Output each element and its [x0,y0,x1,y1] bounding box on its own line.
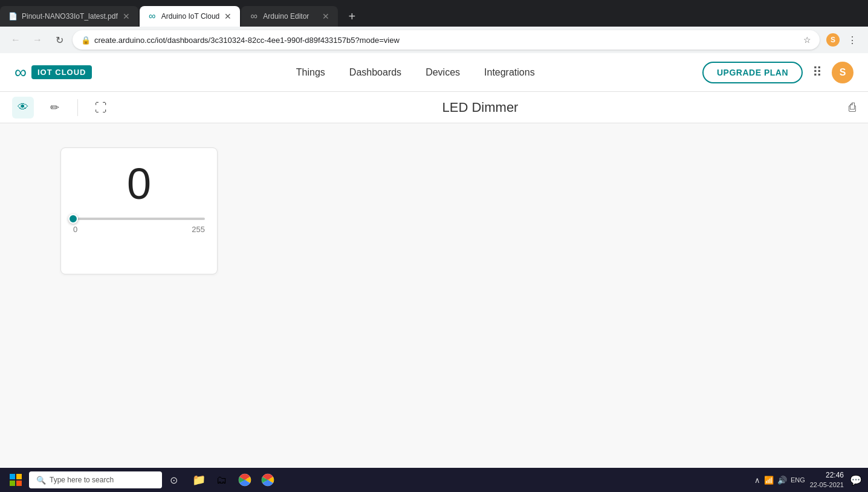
fullscreen-icon: ⛶ [95,102,107,114]
taskbar-chrome-icon[interactable] [236,471,254,489]
pencil-icon: ✏ [50,101,59,114]
volume-icon[interactable]: 🔊 [777,476,787,485]
taskbar-search-bar[interactable]: 🔍 Type here to search [29,471,162,488]
share-button[interactable]: ⎙ [849,100,856,114]
taskbar-right-area: ∧ 📶 🔊 ENG 22:46 22-05-2021 💬 [754,470,863,490]
dashboard-content: 0 0 255 [0,123,868,468]
nav-dashboards[interactable]: Dashboards [349,67,401,78]
more-options-icon[interactable]: ⋮ [844,31,861,48]
fullscreen-button[interactable]: ⛶ [90,97,112,118]
upgrade-plan-button[interactable]: UPGRADE PLAN [702,62,803,83]
view-mode-button[interactable]: 👁 [12,97,34,118]
tab-favicon-editor: ∞ [250,12,258,21]
lock-icon: 🔒 [81,36,91,45]
taskbar-files-icon[interactable]: 📁 [190,471,208,489]
user-avatar[interactable]: S [832,62,853,83]
tab-title-iot: Arduino IoT Cloud [161,12,220,21]
reload-button[interactable]: ↻ [51,31,68,48]
logo-badge: IOT CLOUD [31,65,92,79]
search-icon: 🔍 [36,476,46,485]
tab-arduino-iot[interactable]: ∞ Arduino IoT Cloud ✕ [140,6,241,27]
tab-pdf[interactable]: 📄 Pinout-NANO33IoT_latest.pdf ✕ [0,6,138,27]
svg-rect-3 [16,481,22,486]
slider-track[interactable] [73,218,205,220]
main-nav: Things Dashboards Devices Integrations [128,67,702,78]
tab-favicon-pdf: 📄 [8,12,17,21]
tab-favicon-iot: ∞ [148,12,157,21]
logo-infinity-icon: ∞ [15,63,25,82]
taskbar-chrome2-icon[interactable] [259,471,277,489]
dashboard-title: LED Dimmer [442,100,519,115]
toolbar-separator [77,99,78,116]
grid-apps-icon[interactable]: ⠿ [812,65,822,80]
share-icon: ⎙ [849,100,856,114]
tab-close-iot[interactable]: ✕ [224,11,232,21]
slider-value-display: 0 [127,160,151,208]
svg-point-6 [262,474,274,486]
slider-min-label: 0 [73,225,77,234]
tab-close-pdf[interactable]: ✕ [123,11,130,21]
eye-icon: 👁 [18,101,28,114]
header-right: UPGRADE PLAN ⠿ S [702,62,853,83]
svg-rect-1 [16,474,22,479]
profile-icon[interactable]: S [824,31,841,48]
dashboard-title-area: LED Dimmer [121,100,839,115]
slider-labels: 0 255 [73,225,205,234]
system-tray: ∧ 📶 🔊 ENG [754,476,805,485]
taskbar: 🔍 Type here to search ⊙ 📁 🗂 [0,468,868,492]
nav-integrations[interactable]: Integrations [484,67,535,78]
svg-point-5 [242,477,247,482]
edit-mode-button[interactable]: ✏ [44,97,65,118]
taskbar-explorer-icon[interactable]: 🗂 [213,471,231,489]
taskbar-pinned-icons: 📁 🗂 [190,471,277,489]
taskbar-time-display: 22:46 [810,470,844,481]
svg-point-4 [239,474,251,486]
forward-button[interactable]: → [29,31,46,48]
chrome-icon [238,473,251,487]
svg-point-7 [265,477,270,482]
new-tab-button[interactable]: + [342,6,362,27]
tray-expand-icon[interactable]: ∧ [754,476,760,485]
chrome2-icon [261,473,274,487]
notification-button[interactable]: 💬 [849,473,863,487]
tab-arduino-editor[interactable]: ∞ Arduino Editor ✕ [241,6,338,27]
svg-rect-2 [10,481,15,486]
taskbar-date-display: 22-05-2021 [810,481,844,490]
nav-devices[interactable]: Devices [426,67,460,78]
task-view-button[interactable]: ⊙ [164,471,183,489]
tab-close-editor[interactable]: ✕ [322,11,329,21]
lang-indicator[interactable]: ENG [791,476,805,484]
notification-icon: 💬 [850,474,862,486]
svg-rect-0 [10,474,15,479]
back-button[interactable]: ← [7,31,24,48]
start-button[interactable] [5,469,27,491]
led-dimmer-widget: 0 0 255 [60,147,218,274]
address-bar-url[interactable]: create.arduino.cc/iot/dashboards/3c31032… [94,36,800,45]
slider-max-label: 255 [192,225,205,234]
tab-title-editor: Arduino Editor [263,12,317,21]
taskbar-search-text: Type here to search [50,476,114,484]
taskbar-clock[interactable]: 22:46 22-05-2021 [810,470,844,490]
task-view-icon: ⊙ [170,474,178,486]
windows-icon [10,474,22,486]
app-header: ∞ IOT CLOUD Things Dashboards Devices In… [0,53,868,92]
network-icon[interactable]: 📶 [764,476,774,485]
bookmark-star-icon[interactable]: ☆ [803,35,811,45]
tab-title-pdf: Pinout-NANO33IoT_latest.pdf [22,12,118,21]
dashboard-toolbar: 👁 ✏ ⛶ LED Dimmer ⎙ [0,92,868,123]
logo-area[interactable]: ∞ IOT CLOUD [15,63,92,82]
nav-things[interactable]: Things [296,67,325,78]
slider-thumb[interactable] [68,214,78,224]
slider-container: 0 255 [73,218,205,234]
